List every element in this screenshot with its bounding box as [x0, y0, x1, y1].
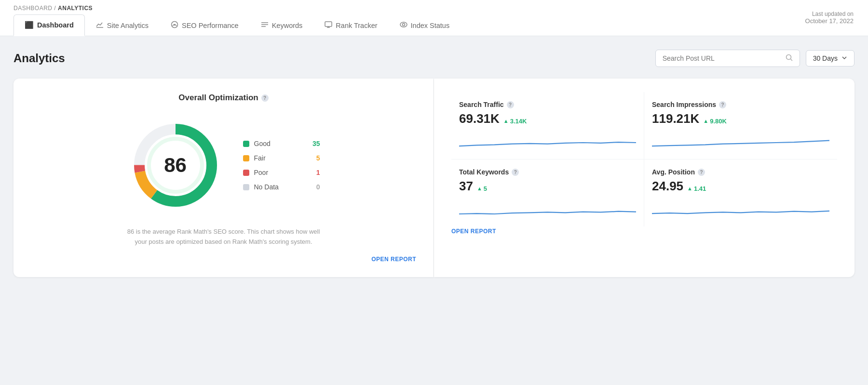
search-traffic-delta: ▲ 3.14K: [503, 118, 527, 125]
avg-position-value: 24.95: [652, 179, 683, 194]
total-keywords-sparkline: [459, 199, 636, 218]
legend-poor-label: Poor: [254, 169, 306, 176]
days-dropdown[interactable]: 30 Days: [806, 50, 854, 66]
legend-poor-dot: [243, 170, 249, 176]
tab-dashboard[interactable]: ⬛ Dashboard: [14, 14, 85, 36]
days-label: 30 Days: [813, 54, 838, 62]
breadcrumb-current: ANALYTICS: [58, 5, 93, 12]
tab-rank-tracker[interactable]: Rank Tracker: [313, 14, 388, 36]
legend-poor: Poor 1: [243, 169, 320, 176]
metric-total-keywords: Total Keywords ? 37 ▲ 5: [451, 159, 644, 226]
search-impressions-sparkline: [652, 131, 829, 150]
optimization-legend: Good 35 Fair 5 Poor 1: [243, 140, 320, 191]
monitor-icon: ⬛: [25, 21, 34, 29]
search-url-container: [655, 50, 800, 67]
avg-position-label: Avg. Position ?: [652, 168, 829, 176]
open-report-link-left[interactable]: OPEN REPORT: [31, 256, 416, 263]
legend-fair-dot: [243, 155, 249, 161]
page-title: Analytics: [14, 52, 65, 65]
search-impressions-help-icon[interactable]: ?: [719, 101, 726, 108]
tab-index-status-label: Index Status: [411, 22, 450, 29]
breadcrumb: DASHBOARD / ANALYTICS: [14, 0, 854, 12]
search-impressions-value: 119.21K: [652, 111, 699, 126]
tab-keywords[interactable]: Keywords: [250, 14, 314, 36]
open-report-link-right[interactable]: OPEN REPORT: [451, 228, 496, 235]
search-traffic-delta-value: 3.14K: [510, 118, 527, 125]
total-keywords-value: 37: [459, 179, 473, 194]
tab-site-analytics[interactable]: Site Analytics: [85, 14, 160, 36]
avg-position-arrow: ▲: [687, 186, 692, 191]
list-icon: [261, 21, 269, 30]
search-impressions-arrow: ▲: [703, 118, 708, 124]
legend-nodata: No Data 0: [243, 183, 320, 191]
svg-point-10: [786, 55, 791, 60]
chevron-down-icon: [841, 54, 847, 62]
breadcrumb-separator: /: [54, 5, 56, 12]
metrics-grid: Search Traffic ? 69.31K ▲ 3.14K: [451, 92, 837, 226]
search-impressions-label: Search Impressions ?: [652, 101, 829, 108]
tab-seo-performance-label: SEO Performance: [182, 22, 239, 29]
search-url-input[interactable]: [663, 54, 782, 62]
eye-icon: [400, 21, 407, 30]
search-traffic-sparkline: [459, 131, 636, 150]
legend-fair-label: Fair: [254, 154, 306, 162]
search-traffic-arrow: ▲: [503, 118, 509, 124]
last-updated: Last updated on October 17, 2022: [805, 11, 854, 25]
optimization-score: 86: [164, 154, 187, 177]
legend-good: Good 35: [243, 140, 320, 147]
total-keywords-arrow: ▲: [477, 186, 482, 191]
optimization-donut: 86: [127, 117, 224, 213]
monitor2-icon: [325, 21, 332, 30]
svg-point-8: [400, 22, 407, 27]
avg-position-help-icon[interactable]: ?: [698, 169, 705, 176]
avg-position-delta: ▲ 1.41: [687, 185, 706, 192]
search-traffic-label: Search Traffic ?: [459, 101, 636, 108]
legend-fair-value: 5: [311, 154, 320, 162]
avg-position-delta-value: 1.41: [694, 185, 706, 192]
legend-fair: Fair 5: [243, 154, 320, 162]
search-icon: [786, 54, 793, 63]
total-keywords-delta: ▲ 5: [477, 185, 487, 192]
search-traffic-value: 69.31K: [459, 111, 500, 126]
legend-good-value: 35: [311, 140, 320, 147]
legend-poor-value: 1: [311, 169, 320, 176]
optimization-help-icon[interactable]: ?: [261, 94, 269, 102]
metric-avg-position: Avg. Position ? 24.95 ▲ 1.41: [644, 159, 837, 226]
metric-search-impressions: Search Impressions ? 119.21K ▲ 9.80K: [644, 92, 837, 159]
gauge-icon: [171, 21, 178, 30]
chart-icon: [96, 21, 104, 30]
legend-nodata-dot: [243, 184, 249, 190]
tab-dashboard-label: Dashboard: [37, 21, 74, 29]
total-keywords-help-icon[interactable]: ?: [512, 169, 519, 176]
tab-rank-tracker-label: Rank Tracker: [336, 22, 377, 29]
metrics-card: Search Traffic ? 69.31K ▲ 3.14K: [434, 79, 854, 277]
svg-line-11: [790, 59, 792, 61]
tab-keywords-label: Keywords: [272, 22, 303, 29]
tab-index-status[interactable]: Index Status: [389, 14, 461, 36]
tab-bar: ⬛ Dashboard Site Analytics: [14, 14, 854, 36]
total-keywords-delta-value: 5: [484, 185, 487, 192]
optimization-card: Overall Optimization ?: [14, 79, 434, 277]
legend-good-dot: [243, 141, 249, 147]
metric-search-traffic: Search Traffic ? 69.31K ▲ 3.14K: [451, 92, 644, 159]
svg-point-9: [402, 24, 405, 26]
legend-nodata-value: 0: [311, 183, 320, 191]
search-impressions-delta: ▲ 9.80K: [703, 118, 727, 125]
avg-position-sparkline: [652, 199, 829, 218]
last-updated-date: October 17, 2022: [805, 17, 854, 25]
search-traffic-help-icon[interactable]: ?: [507, 101, 514, 108]
svg-rect-5: [325, 22, 332, 27]
svg-point-1: [174, 25, 175, 26]
tab-seo-performance[interactable]: SEO Performance: [160, 14, 250, 36]
search-impressions-delta-value: 9.80K: [710, 118, 727, 125]
optimization-footer: 86 is the average Rank Math's SEO score.…: [122, 227, 325, 247]
total-keywords-label: Total Keywords ?: [459, 168, 636, 176]
legend-nodata-label: No Data: [254, 183, 306, 191]
tab-site-analytics-label: Site Analytics: [107, 22, 149, 29]
breadcrumb-prefix: DASHBOARD: [14, 5, 53, 12]
optimization-title: Overall Optimization ?: [31, 93, 416, 103]
legend-good-label: Good: [254, 140, 306, 147]
last-updated-label: Last updated on: [805, 11, 854, 17]
